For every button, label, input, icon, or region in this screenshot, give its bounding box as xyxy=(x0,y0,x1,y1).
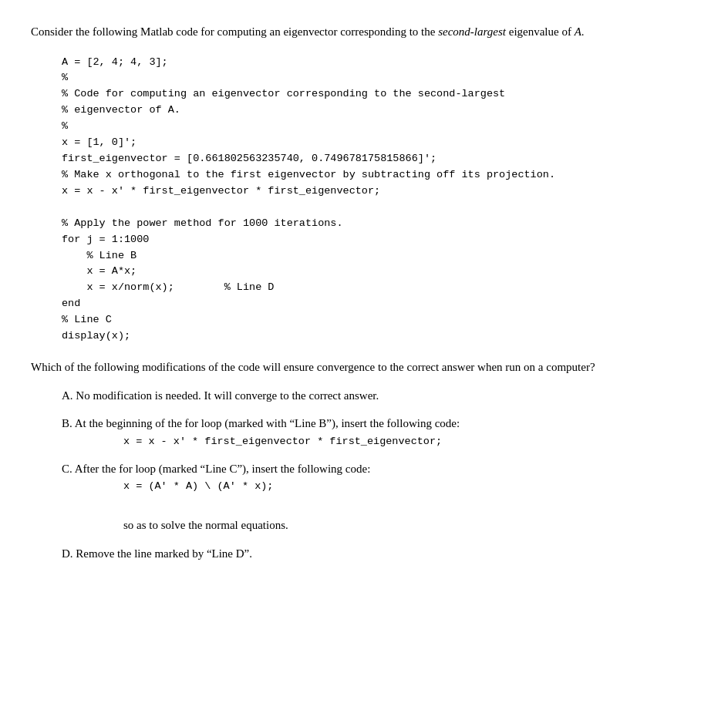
option-b-label: B. xyxy=(62,417,72,429)
question-paragraph: Which of the following modifications of … xyxy=(31,358,697,376)
option-c-text-before: After the for loop (marked “Line C”), in… xyxy=(75,463,371,475)
option-b: B. At the beginning of the for loop (mar… xyxy=(62,415,697,449)
option-d-label: D. xyxy=(62,547,73,560)
options-container: A. No modification is needed. It will co… xyxy=(62,387,697,563)
intro-italic1: second-largest xyxy=(438,25,506,38)
option-d: D. Remove the line marked by “Line D”. xyxy=(62,545,697,563)
intro-text-middle: eigenvalue of xyxy=(506,25,575,38)
option-d-text: Remove the line marked by “Line D”. xyxy=(76,547,252,560)
option-c: C. After the for loop (marked “Line C”),… xyxy=(62,460,697,534)
option-a: A. No modification is needed. It will co… xyxy=(62,387,697,405)
option-c-code: x = (A' * A) \ (A' * x); xyxy=(123,479,697,494)
intro-text-after: . xyxy=(581,25,585,38)
option-a-text: No modification is needed. It will conve… xyxy=(76,389,379,402)
intro-paragraph: Consider the following Matlab code for c… xyxy=(31,23,697,41)
intro-text-before: Consider the following Matlab code for c… xyxy=(31,25,438,38)
intro-italic2: A xyxy=(575,25,581,38)
option-a-label: A. xyxy=(62,389,73,402)
option-c-label: C. xyxy=(62,463,72,475)
option-b-code: x = x - x' * first_eigenvector * first_e… xyxy=(123,434,697,449)
option-c-text-after: so as to solve the normal equations. xyxy=(123,517,697,534)
option-b-text-before: At the beginning of the for loop (marked… xyxy=(75,417,460,429)
matlab-code-block: A = [2, 4; 4, 3]; % % Code for computing… xyxy=(62,55,697,345)
